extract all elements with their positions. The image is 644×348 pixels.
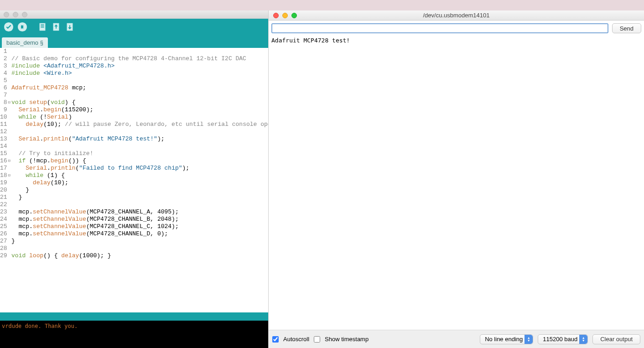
sketch-tab[interactable]: basic_demo §: [2, 37, 48, 48]
line-number: 7: [0, 92, 7, 99]
open-button[interactable]: [50, 21, 62, 33]
code-line[interactable]: while (1) {: [11, 172, 268, 179]
timestamp-checkbox[interactable]: [314, 336, 320, 343]
close-icon[interactable]: [4, 12, 9, 17]
upload-button[interactable]: [16, 21, 28, 33]
serial-output-line: Adafruit MCP4728 test!: [271, 37, 641, 44]
line-number: 20: [0, 187, 7, 194]
line-number: 29: [0, 252, 7, 260]
code-line[interactable]: Serial.println("Failed to find MCP4728 c…: [11, 165, 268, 172]
code-line[interactable]: Serial.println("Adafruit MCP4728 test!")…: [11, 135, 268, 143]
minimize-icon[interactable]: [282, 13, 288, 18]
line-number: 3: [0, 62, 7, 70]
serial-titlebar: /dev/cu.usbmodem14101: [269, 10, 644, 21]
code-line[interactable]: }: [11, 238, 268, 245]
code-line[interactable]: void setup(void) {: [11, 99, 268, 106]
line-number: 19: [0, 179, 7, 187]
ide-console: vrdude done. Thank you.: [0, 321, 268, 348]
arduino-ide-window: basic_demo § 123456789101112131415161718…: [0, 10, 268, 348]
code-line[interactable]: delay(10);: [11, 179, 268, 187]
svg-rect-3: [41, 25, 44, 25]
code-line[interactable]: delay(10); // will pause Zero, Leonardo,…: [11, 121, 268, 128]
serial-input[interactable]: [271, 23, 608, 33]
code-line[interactable]: Serial.begin(115200);: [11, 106, 268, 114]
code-line[interactable]: mcp.setChannelValue(MCP4728_CHANNEL_B, 2…: [11, 216, 268, 223]
ide-tabbar: basic_demo §: [0, 35, 268, 48]
ide-status-bar: [0, 312, 268, 321]
line-number: 23: [0, 208, 7, 216]
line-ending-value: No line ending: [485, 336, 523, 343]
line-number: 28: [0, 245, 7, 252]
line-number: 4: [0, 70, 7, 77]
close-icon[interactable]: [273, 13, 279, 18]
console-line: vrdude done. Thank you.: [2, 322, 266, 330]
baud-select[interactable]: 115200 baud ▲▼: [538, 334, 588, 344]
code-line[interactable]: }: [11, 187, 268, 194]
code-line[interactable]: if (!mcp.begin()) {: [11, 157, 268, 165]
autoscroll-label: Autoscroll: [283, 336, 309, 343]
ide-titlebar: [0, 10, 268, 19]
code-line[interactable]: mcp.setChannelValue(MCP4728_CHANNEL_C, 1…: [11, 223, 268, 230]
line-number: 25: [0, 223, 7, 230]
autoscroll-checkbox[interactable]: [272, 336, 279, 343]
svg-rect-4: [41, 26, 44, 26]
save-button[interactable]: [64, 21, 76, 33]
code-line[interactable]: Adafruit_MCP4728 mcp;: [11, 84, 268, 92]
line-number: 9: [0, 106, 7, 114]
verify-button[interactable]: [3, 21, 15, 33]
minimize-icon[interactable]: [13, 12, 18, 17]
line-number: 2: [0, 55, 7, 62]
chevron-updown-icon: ▲▼: [579, 335, 587, 344]
maximize-icon[interactable]: [291, 13, 297, 18]
line-number: 15: [0, 150, 7, 157]
timestamp-label: Show timestamp: [325, 336, 369, 343]
line-number: 1: [0, 48, 7, 55]
line-number: 17: [0, 165, 7, 172]
code-line[interactable]: #include <Adafruit_MCP4728.h>: [11, 62, 268, 70]
line-ending-select[interactable]: No line ending ▲▼: [480, 334, 533, 344]
line-number: 10: [0, 114, 7, 121]
serial-output[interactable]: Adafruit MCP4728 test!: [269, 36, 644, 330]
line-number: 27: [0, 238, 7, 245]
line-number: 11: [0, 121, 7, 128]
line-number: 18: [0, 172, 7, 179]
serial-window-title: /dev/cu.usbmodem14101: [269, 12, 644, 19]
serial-input-bar: Send: [269, 21, 644, 36]
line-number: 6: [0, 84, 7, 92]
line-number: 24: [0, 216, 7, 223]
line-number: 26: [0, 230, 7, 238]
code-line[interactable]: // Basic demo for configuring the MCP472…: [11, 55, 268, 62]
send-button[interactable]: Send: [612, 23, 641, 33]
maximize-icon[interactable]: [22, 12, 27, 17]
code-line[interactable]: [11, 201, 268, 208]
line-number: 22: [0, 201, 7, 208]
code-line[interactable]: // Try to initialize!: [11, 150, 268, 157]
code-line[interactable]: mcp.setChannelValue(MCP4728_CHANNEL_A, 4…: [11, 208, 268, 216]
line-number: 12: [0, 128, 7, 135]
code-line[interactable]: while (!Serial): [11, 114, 268, 121]
serial-monitor-window: /dev/cu.usbmodem14101 Send Adafruit MCP4…: [268, 10, 644, 348]
new-button[interactable]: [36, 21, 48, 33]
code-line[interactable]: [11, 77, 268, 84]
code-line[interactable]: void loop() { delay(1000); }: [11, 252, 268, 260]
line-number: 16: [0, 157, 7, 165]
line-number: 13: [0, 135, 7, 143]
code-line[interactable]: }: [11, 194, 268, 201]
chevron-updown-icon: ▲▼: [525, 335, 533, 344]
code-line[interactable]: [11, 245, 268, 252]
baud-value: 115200 baud: [543, 336, 577, 343]
line-number: 14: [0, 143, 7, 150]
line-number: 21: [0, 194, 7, 201]
clear-output-button[interactable]: Clear output: [592, 334, 640, 344]
code-line[interactable]: #include <Wire.h>: [11, 70, 268, 77]
serial-footer: Autoscroll Show timestamp No line ending…: [269, 330, 644, 348]
code-line[interactable]: [11, 128, 268, 135]
code-line[interactable]: [11, 48, 268, 55]
code-line[interactable]: [11, 92, 268, 99]
svg-rect-5: [41, 27, 44, 27]
code-editor[interactable]: 1234567891011121314151617181920212223242…: [0, 48, 268, 312]
code-line[interactable]: mcp.setChannelValue(MCP4728_CHANNEL_D, 0…: [11, 230, 268, 238]
line-number: 8: [0, 99, 7, 106]
code-line[interactable]: [11, 143, 268, 150]
ide-toolbar: [0, 19, 268, 35]
